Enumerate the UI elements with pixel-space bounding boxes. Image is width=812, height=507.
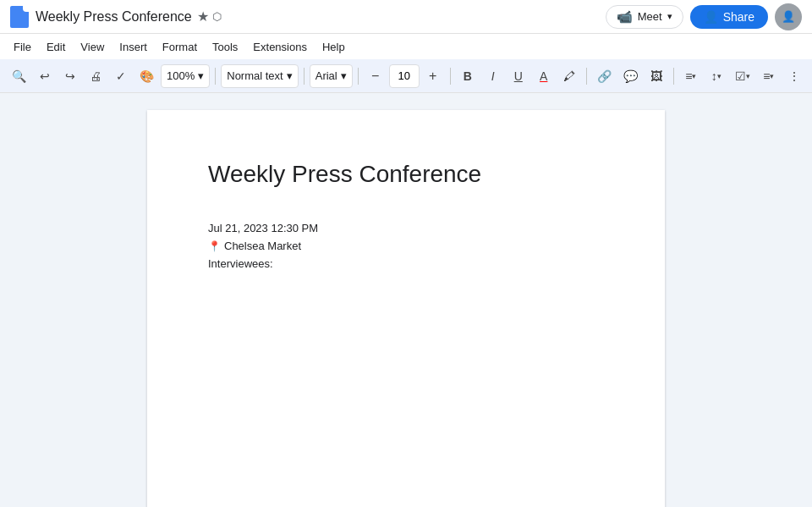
meet-button[interactable]: 📹 Meet ▾: [606, 5, 683, 29]
print-button[interactable]: 🖨: [84, 64, 107, 88]
redo-button[interactable]: ↪: [58, 64, 82, 88]
share-label: Share: [723, 10, 754, 24]
separator-2: [304, 68, 304, 85]
comment-button[interactable]: 💬: [618, 64, 643, 88]
menu-tools[interactable]: Tools: [206, 38, 244, 56]
meet-dropdown-icon[interactable]: ▾: [667, 11, 672, 22]
title-bar-right: 📹 Meet ▾ 👤 Share 👤: [606, 3, 802, 30]
font-size-decrease-button[interactable]: −: [364, 64, 387, 88]
font-value: Arial: [315, 69, 337, 82]
list-button[interactable]: ≡▾: [757, 64, 781, 88]
document-title[interactable]: Weekly Press Conference: [208, 161, 604, 188]
zoom-value: 100%: [167, 69, 195, 82]
doc-title[interactable]: Weekly Press Conference: [36, 9, 192, 25]
font-size-increase-button[interactable]: +: [421, 64, 445, 88]
menu-insert[interactable]: Insert: [112, 38, 154, 56]
pin-icon: 📍: [208, 240, 221, 252]
toolbar: 🔍 ↩ ↪ 🖨 ✓ 🎨 100% ▾ Normal text ▾ Arial ▾…: [0, 59, 812, 93]
italic-button[interactable]: I: [481, 64, 505, 88]
share-icon: 👤: [704, 10, 718, 24]
more-button[interactable]: ⋮: [782, 64, 806, 88]
avatar-initials: 👤: [782, 10, 795, 23]
paintformat-button[interactable]: 🎨: [134, 64, 159, 88]
font-dropdown-icon: ▾: [341, 69, 347, 82]
line-spacing-button[interactable]: ↕▾: [705, 64, 728, 88]
text-style-select[interactable]: Normal text ▾: [221, 64, 298, 88]
toolbar-right: ✏▾ ⌃: [808, 64, 812, 88]
document-page[interactable]: Weekly Press Conference Jul 21, 2023 12:…: [147, 110, 665, 507]
spellcheck-button[interactable]: ✓: [109, 64, 133, 88]
checklist-button[interactable]: ☑▾: [730, 64, 755, 88]
link-button[interactable]: 🔗: [592, 64, 617, 88]
font-color-button[interactable]: A: [532, 64, 556, 88]
menu-file[interactable]: File: [7, 38, 38, 56]
style-dropdown-icon: ▾: [287, 69, 293, 82]
separator-6: [673, 68, 674, 85]
doc-icon: [10, 6, 29, 28]
align-button[interactable]: ≡▾: [679, 64, 703, 88]
underline-button[interactable]: U: [507, 64, 530, 88]
separator-3: [358, 68, 359, 85]
search-button[interactable]: 🔍: [7, 64, 31, 88]
menu-extensions[interactable]: Extensions: [246, 38, 314, 56]
menu-help[interactable]: Help: [315, 38, 352, 56]
text-style-value: Normal text: [227, 69, 283, 82]
star-icon[interactable]: ★: [197, 8, 209, 25]
document-location: 📍 Chelsea Market: [208, 240, 604, 252]
menu-view[interactable]: View: [74, 38, 111, 56]
menu-format[interactable]: Format: [156, 38, 204, 56]
highlight-button[interactable]: 🖍: [557, 64, 581, 88]
font-size-input[interactable]: [389, 64, 420, 88]
undo-button[interactable]: ↩: [33, 64, 57, 88]
editing-mode-button[interactable]: ✏▾: [808, 64, 812, 88]
font-select[interactable]: Arial ▾: [310, 64, 353, 88]
document-date[interactable]: Jul 21, 2023 12:30 PM: [208, 222, 604, 234]
separator-4: [450, 68, 451, 85]
document-interviewees[interactable]: Interviewees:: [208, 257, 604, 270]
bold-button[interactable]: B: [456, 64, 480, 88]
menu-bar: File Edit View Insert Format Tools Exten…: [0, 34, 812, 59]
share-button[interactable]: 👤 Share: [690, 5, 768, 29]
meet-label: Meet: [638, 10, 662, 23]
title-bar: Weekly Press Conference ★ ⬡ 📹 Meet ▾ 👤 S…: [0, 0, 812, 34]
video-icon: 📹: [617, 9, 633, 25]
separator-1: [215, 68, 216, 85]
drive-icon[interactable]: ⬡: [212, 10, 222, 23]
location-text[interactable]: Chelsea Market: [224, 240, 301, 252]
document-area: Weekly Press Conference Jul 21, 2023 12:…: [0, 93, 812, 507]
separator-5: [586, 68, 587, 85]
zoom-select[interactable]: 100% ▾: [161, 64, 210, 88]
image-button[interactable]: 🖼: [645, 64, 668, 88]
menu-edit[interactable]: Edit: [40, 38, 72, 56]
zoom-dropdown-icon: ▾: [198, 69, 204, 82]
avatar[interactable]: 👤: [775, 3, 802, 30]
